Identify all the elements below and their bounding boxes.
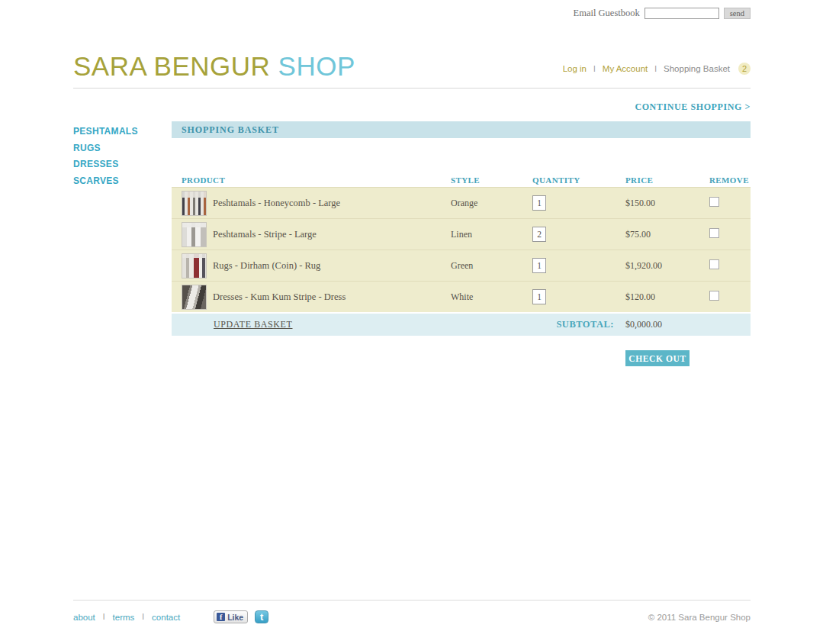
header: SARA BENGUR SHOP Log in I My Account I S…: [73, 53, 751, 79]
quantity-input[interactable]: [532, 195, 546, 211]
basket-row: Peshtamals - Honeycomb - Large Orange $1…: [172, 187, 751, 218]
facebook-like-button[interactable]: f Like: [214, 610, 248, 623]
remove-checkbox[interactable]: [709, 291, 719, 301]
subtotal-left: UPDATE BASKET SUBTOTAL:: [172, 319, 625, 330]
price-value: $75.00: [625, 229, 709, 240]
style-value: Green: [451, 260, 532, 272]
footer-separator: I: [103, 613, 105, 621]
header-divider: [73, 88, 751, 89]
update-basket-link[interactable]: UPDATE BASKET: [214, 319, 292, 330]
sidebar: PESHTAMALS RUGS DRESSES SCARVES: [73, 121, 172, 366]
quantity-cell: [532, 258, 625, 273]
subtotal-row: UPDATE BASKET SUBTOTAL: $0,000.00: [172, 314, 751, 336]
guestbook-bar: Email Guestbook send: [73, 0, 751, 19]
product-thumbnail[interactable]: [182, 191, 207, 216]
product-cell: Peshtamals - Stripe - Large: [172, 222, 451, 247]
product-cell: Rugs - Dirham (Coin) - Rug: [172, 253, 451, 279]
email-guestbook-input[interactable]: [645, 8, 719, 19]
shopping-basket-link[interactable]: Shopping Basket: [664, 64, 730, 73]
quantity-input[interactable]: [532, 289, 546, 304]
column-header-product: PRODUCT: [172, 175, 451, 185]
continue-shopping-row: CONTINUE SHOPPING >: [73, 99, 751, 113]
send-button[interactable]: send: [724, 8, 751, 19]
column-header-remove: REMOVE: [709, 175, 751, 185]
footer-link-contact[interactable]: contact: [152, 613, 180, 622]
copyright-text: © 2011 Sara Bengur Shop: [648, 613, 751, 622]
column-header-price: PRICE: [625, 175, 709, 185]
style-value: Linen: [451, 229, 532, 240]
continue-shopping-link[interactable]: CONTINUE SHOPPING >: [635, 101, 751, 112]
quantity-input[interactable]: [532, 258, 546, 273]
product-thumbnail[interactable]: [182, 222, 207, 247]
product-name[interactable]: Peshtamals - Stripe - Large: [213, 229, 317, 240]
product-name[interactable]: Rugs - Dirham (Coin) - Rug: [213, 260, 320, 272]
footer-links: about I terms I contact: [73, 613, 180, 622]
remove-checkbox[interactable]: [709, 197, 719, 207]
footer: about I terms I contact f Like t © 2011 …: [73, 600, 751, 623]
basket-row: Dresses - Kum Kum Stripe - Dress White $…: [172, 281, 751, 312]
facebook-icon: f: [217, 613, 225, 621]
quantity-cell: [532, 227, 625, 242]
logo-primary: SARA BENGUR: [73, 51, 278, 81]
price-value: $150.00: [625, 198, 709, 209]
basket-row: Rugs - Dirham (Coin) - Rug Green $1,920.…: [172, 250, 751, 281]
main: PESHTAMALS RUGS DRESSES SCARVES SHOPPING…: [73, 121, 751, 366]
nav-separator: I: [654, 65, 657, 73]
footer-separator: I: [142, 613, 144, 621]
logo-secondary: SHOP: [278, 51, 355, 81]
column-header-style: STYLE: [451, 175, 532, 185]
checkout-row: CHECK OUT: [172, 350, 751, 366]
sidebar-item-peshtamals[interactable]: PESHTAMALS: [73, 124, 172, 140]
product-cell: Dresses - Kum Kum Stripe - Dress: [172, 285, 451, 310]
page: Email Guestbook send SARA BENGUR SHOP Lo…: [73, 0, 751, 623]
price-value: $1,920.00: [625, 260, 709, 272]
email-guestbook-label: Email Guestbook: [574, 8, 640, 19]
sidebar-item-dresses[interactable]: DRESSES: [73, 156, 172, 173]
basket-count-badge[interactable]: 2: [738, 63, 751, 75]
remove-cell: [709, 196, 751, 210]
style-value: White: [451, 291, 532, 303]
basket-content: SHOPPING BASKET PRODUCT STYLE QUANTITY P…: [172, 121, 751, 366]
quantity-input[interactable]: [532, 227, 546, 242]
logo[interactable]: SARA BENGUR SHOP: [73, 53, 355, 79]
basket-table-header: PRODUCT STYLE QUANTITY PRICE REMOVE: [172, 172, 751, 187]
login-link[interactable]: Log in: [563, 64, 587, 73]
sidebar-item-rugs[interactable]: RUGS: [73, 140, 172, 157]
product-thumbnail[interactable]: [182, 253, 207, 279]
style-value: Orange: [451, 198, 532, 209]
remove-cell: [709, 290, 751, 304]
basket-title: SHOPPING BASKET: [172, 121, 751, 138]
quantity-cell: [532, 289, 625, 304]
product-name[interactable]: Dresses - Kum Kum Stripe - Dress: [213, 291, 346, 303]
remove-cell: [709, 227, 751, 241]
remove-cell: [709, 259, 751, 272]
checkout-button[interactable]: CHECK OUT: [625, 350, 690, 366]
footer-link-about[interactable]: about: [73, 613, 95, 622]
footer-link-terms[interactable]: terms: [113, 613, 135, 622]
twitter-icon[interactable]: t: [255, 610, 268, 623]
product-cell: Peshtamals - Honeycomb - Large: [172, 191, 451, 216]
product-name[interactable]: Peshtamals - Honeycomb - Large: [213, 198, 340, 209]
account-nav: Log in I My Account I Shopping Basket 2: [563, 63, 751, 79]
subtotal-value: $0,000.00: [625, 319, 662, 330]
remove-checkbox[interactable]: [709, 259, 719, 269]
my-account-link[interactable]: My Account: [603, 64, 648, 73]
social-buttons: f Like t: [214, 610, 268, 623]
column-header-quantity: QUANTITY: [532, 175, 625, 185]
sidebar-item-scarves[interactable]: SCARVES: [73, 173, 172, 190]
price-value: $120.00: [625, 291, 709, 303]
subtotal-label: SUBTOTAL:: [556, 319, 614, 330]
remove-checkbox[interactable]: [709, 228, 719, 238]
basket-row: Peshtamals - Stripe - Large Linen $75.00: [172, 218, 751, 250]
like-label: Like: [227, 613, 243, 622]
product-thumbnail[interactable]: [182, 285, 207, 310]
quantity-cell: [532, 195, 625, 211]
nav-separator: I: [593, 65, 596, 73]
